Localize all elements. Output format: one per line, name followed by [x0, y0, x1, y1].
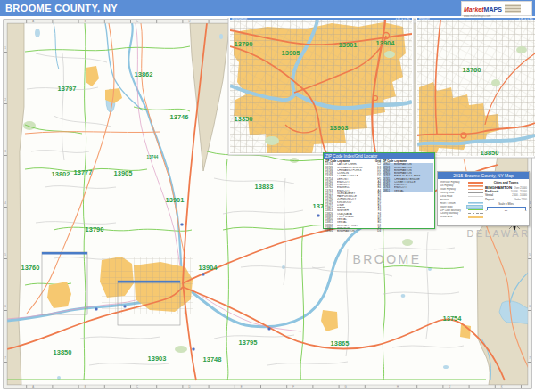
zip-label: 13904: [199, 264, 218, 272]
map-page: 1379713862137461374413802137771390513901…: [0, 0, 535, 392]
locator-table-right: ZIP CodeCity Name13902BINGHAMTON13903BIN…: [383, 160, 433, 233]
county-swatch: [468, 192, 483, 194]
grid-letter: K: [501, 385, 503, 388]
interstate-swatch: [468, 181, 483, 184]
county-label: DELAWARE: [467, 228, 535, 239]
railroad-swatch: [468, 199, 483, 201]
urban-swatch: [468, 216, 483, 218]
grid-letter: E: [241, 385, 243, 388]
zip-label: 13833: [255, 183, 274, 191]
zip-label: 13901: [339, 41, 358, 49]
zip-label: 13901: [166, 196, 185, 204]
legend-item: Urban Area: [440, 216, 483, 219]
zip-label: 13777: [74, 168, 93, 176]
grid-letter: D: [188, 385, 190, 388]
grid-letter: C: [136, 20, 138, 23]
logo-word-maps: MAPS: [484, 6, 502, 12]
grid-letter: G: [345, 385, 347, 388]
grid-letter: D: [188, 20, 190, 23]
zip-label: 13760: [463, 66, 482, 74]
marketmaps-logo: MarketMAPS www.marketmaps.com: [461, 1, 532, 16]
legend-cities-column: Cities and Towns BINGHAMTONOver 25,000En…: [483, 181, 527, 219]
zip-label: 13790: [235, 40, 253, 48]
zip-label: 13802: [52, 170, 70, 178]
inset-endicott: Endicott 1 in. = 1 mi. 1376013850: [416, 14, 535, 158]
logo-word-market: Market: [464, 6, 484, 12]
grid-letter: A: [32, 20, 34, 23]
zip-label: 13850: [481, 149, 499, 157]
grid-letter: A: [32, 385, 34, 388]
zip-label: 13903: [330, 124, 349, 132]
zip-label: 13790: [86, 225, 104, 233]
zip-label: 13744: [147, 155, 159, 159]
legend-title: 2015 Broome County, NY Map: [438, 172, 529, 179]
inset-binghamton: Binghamton 1 in. = 1 mi.: [228, 14, 414, 155]
zip-label: 13850: [235, 115, 253, 123]
scale-bar: Scale in Miles 02.55: [485, 203, 527, 212]
zip-label: 13905: [282, 49, 300, 57]
locator-table-left: ZIP CodeCity NameGrid13744CASTLE CREEKC2…: [325, 160, 381, 233]
logo-fineprint-block: [505, 4, 521, 13]
zip-label: 13797: [58, 85, 77, 93]
state-swatch: [468, 188, 483, 191]
zip-swatch: [468, 209, 483, 212]
locator-row: 13901BINGHAMTOND4: [325, 230, 381, 233]
city-size-row: DepositUnder 2,500: [485, 198, 527, 202]
logo-tagline: www.marketmaps.com: [464, 15, 502, 18]
zip-label: 13795: [239, 339, 258, 347]
grid-letter: H: [397, 385, 399, 388]
page-title: BROOME COUNTY, NY: [5, 3, 118, 13]
legend-box: 2015 Broome County, NY Map Interstate Hi…: [437, 171, 530, 226]
locator-row: 13851VESTAL: [383, 190, 433, 192]
local-swatch: [468, 195, 483, 198]
legend-symbol-list: Interstate HighwayUS HighwayState Highwa…: [440, 181, 483, 219]
countyb-swatch: [468, 212, 483, 215]
county-label: BROOME: [352, 252, 421, 266]
zip-label: 13760: [21, 264, 40, 272]
zip-label: 13746: [170, 113, 189, 121]
zip-label: 13748: [203, 355, 222, 363]
locator-title: ZIP Code Index/Grid Locator: [324, 153, 434, 159]
zip-label: 13850: [54, 348, 72, 356]
grid-letter: F: [292, 385, 294, 388]
zip-label: 13903: [148, 355, 167, 363]
zip-label: 13754: [443, 314, 463, 323]
grid-letter: B: [85, 385, 86, 388]
title-bar: BROOME COUNTY, NY MarketMAPS www.marketm…: [0, 0, 535, 18]
zip-index-locator-box: ZIP Code Index/Grid Locator ZIP CodeCity…: [323, 152, 435, 229]
grid-letter: C: [136, 385, 138, 388]
scale-label: Scale in Miles: [485, 203, 527, 206]
zip-label: 13905: [114, 169, 133, 177]
grid-letter: B: [85, 20, 86, 23]
us-swatch: [468, 184, 483, 187]
zip-label: 13862: [135, 70, 153, 78]
zip-label: 13865: [331, 339, 350, 347]
zip-label: 13904: [376, 39, 396, 47]
